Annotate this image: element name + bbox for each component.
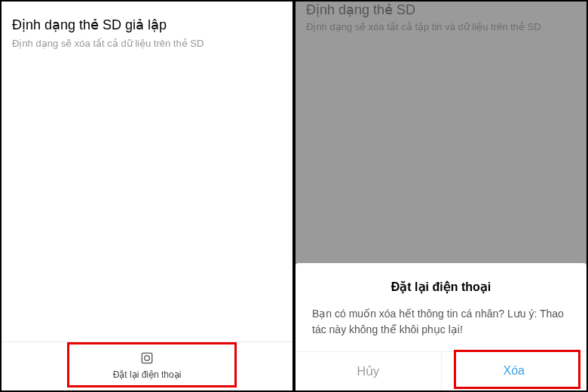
dimmed-subtitle: Định dạng sẽ xóa tất cả tập tin và dữ li… [306, 21, 576, 32]
svg-point-1 [145, 356, 150, 361]
dialog-message: Bạn có muốn xóa hết thông tin cá nhân? L… [312, 306, 570, 338]
delete-button[interactable]: Xóa [442, 352, 587, 390]
page-subtitle: Định dạng sẽ xóa tất cả dữ liệu trên thẻ… [12, 38, 282, 49]
cancel-button[interactable]: Hủy [296, 352, 442, 390]
screen-confirm-dialog: Định dạng thẻ SD Định dạng sẽ xóa tất cả… [294, 0, 588, 392]
screen-format-sd: Định dạng thẻ SD giả lập Định dạng sẽ xó… [0, 0, 294, 392]
reset-phone-button[interactable]: Đặt lại điện thoại [2, 341, 292, 390]
svg-rect-0 [142, 353, 152, 363]
reset-button-label: Đặt lại điện thoại [113, 369, 182, 380]
dimmed-title: Định dạng thẻ SD [306, 2, 576, 18]
dialog-body: Đặt lại điện thoại Bạn có muốn xóa hết t… [296, 263, 586, 351]
reset-icon [139, 350, 155, 366]
dialog-title: Đặt lại điện thoại [312, 280, 570, 294]
confirm-dialog: Đặt lại điện thoại Bạn có muốn xóa hết t… [296, 263, 586, 390]
page-title: Định dạng thẻ SD giả lập [12, 17, 282, 33]
dialog-button-row: Hủy Xóa [296, 351, 586, 390]
dimmed-background-header: Định dạng thẻ SD Định dạng sẽ xóa tất cả… [296, 2, 586, 38]
main-content: Định dạng thẻ SD giả lập Định dạng sẽ xó… [2, 2, 292, 341]
dimmed-overlay [296, 38, 586, 263]
